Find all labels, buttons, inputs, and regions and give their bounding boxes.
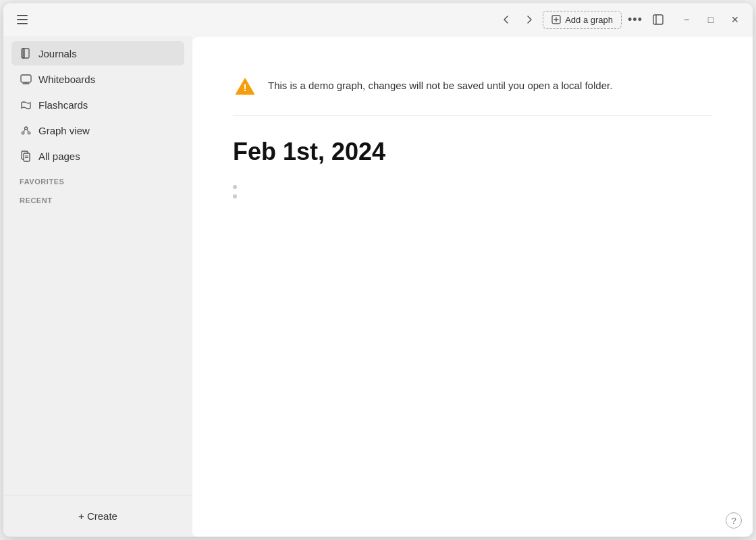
flashcards-icon	[20, 99, 32, 111]
nav-forward-button[interactable]	[520, 10, 539, 29]
sidebar-item-all-pages[interactable]: All pages	[11, 144, 184, 168]
graph-view-label: Graph view	[38, 125, 90, 136]
window-controls: − □ ✕	[677, 10, 745, 29]
app-window: Add a graph ••• − □ ✕	[3, 3, 753, 537]
hamburger-button[interactable]	[11, 9, 33, 30]
maximize-icon: □	[708, 14, 713, 25]
sidebar-item-graph-view[interactable]: Graph view	[11, 118, 184, 142]
sidebar-nav: Journals Whiteboards	[3, 36, 192, 495]
bullet-item-1[interactable]	[233, 182, 712, 192]
sidebar: Journals Whiteboards	[3, 36, 192, 537]
minimize-button[interactable]: −	[677, 10, 696, 29]
svg-text:!: !	[244, 82, 247, 93]
svg-rect-6	[21, 75, 31, 82]
nav-back-button[interactable]	[497, 10, 516, 29]
svg-point-9	[24, 127, 27, 130]
add-graph-button[interactable]: Add a graph	[543, 11, 622, 29]
bullet-dot-1	[233, 185, 237, 189]
bullet-item-2[interactable]	[233, 192, 712, 201]
add-graph-label: Add a graph	[565, 15, 613, 25]
maximize-button[interactable]: □	[701, 10, 720, 29]
editor-content: ! This is a demo graph, changes will not…	[192, 37, 753, 504]
sidebar-toggle-button[interactable]	[649, 10, 668, 29]
all-pages-icon	[20, 150, 32, 162]
main-content: Journals Whiteboards	[3, 36, 753, 537]
svg-point-10	[22, 132, 24, 134]
warning-icon: !	[233, 75, 257, 99]
help-button[interactable]: ?	[726, 512, 742, 529]
svg-point-11	[28, 132, 30, 134]
more-icon: •••	[628, 13, 643, 27]
favorites-section-label: FAVORITES	[11, 169, 184, 188]
close-icon: ✕	[731, 14, 739, 25]
editor-area: ! This is a demo graph, changes will not…	[192, 37, 753, 537]
whiteboards-label: Whiteboards	[38, 74, 95, 85]
sidebar-item-whiteboards[interactable]: Whiteboards	[11, 67, 184, 91]
minimize-icon: −	[684, 14, 689, 25]
journals-label: Journals	[38, 48, 77, 59]
flashcards-label: Flashcards	[38, 99, 88, 111]
svg-line-13	[27, 129, 28, 132]
editor-footer: ?	[192, 504, 753, 537]
sidebar-item-journals[interactable]: Journals	[11, 41, 184, 65]
sidebar-footer: + Create	[3, 495, 192, 537]
bullet-dot-2	[233, 194, 237, 198]
create-button[interactable]: + Create	[11, 504, 184, 529]
more-button[interactable]: •••	[626, 10, 645, 29]
bullet-list	[233, 182, 712, 201]
warning-banner: ! This is a demo graph, changes will not…	[233, 64, 712, 116]
svg-rect-1	[653, 15, 663, 24]
svg-line-12	[24, 129, 25, 132]
sidebar-item-flashcards[interactable]: Flashcards	[11, 92, 184, 117]
hamburger-line-3	[17, 23, 28, 24]
titlebar-left	[11, 9, 33, 30]
titlebar: Add a graph ••• − □ ✕	[3, 3, 753, 36]
graph-view-icon	[20, 124, 32, 136]
warning-text: This is a demo graph, changes will not b…	[268, 75, 612, 94]
page-title[interactable]: Feb 1st, 2024	[233, 138, 712, 166]
recent-section-label: RECENT	[11, 188, 184, 207]
whiteboards-icon	[20, 73, 32, 85]
journals-icon	[20, 47, 32, 59]
close-button[interactable]: ✕	[726, 10, 745, 29]
hamburger-line-1	[17, 15, 28, 16]
titlebar-center: Add a graph ••• − □ ✕	[497, 10, 745, 29]
hamburger-line-2	[17, 19, 28, 20]
all-pages-label: All pages	[38, 151, 80, 162]
